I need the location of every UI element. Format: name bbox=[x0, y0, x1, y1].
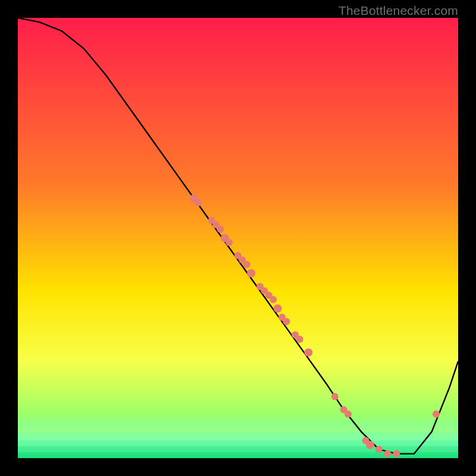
plot-area bbox=[18, 18, 458, 458]
dot bbox=[195, 199, 202, 206]
dot bbox=[304, 348, 312, 356]
dot bbox=[247, 269, 255, 277]
dot bbox=[283, 318, 290, 325]
highlight-dots bbox=[190, 194, 440, 457]
dot bbox=[366, 441, 374, 449]
dot bbox=[243, 261, 250, 268]
dot bbox=[226, 239, 233, 246]
dot bbox=[393, 450, 400, 458]
bottleneck-curve bbox=[18, 18, 458, 454]
dot bbox=[270, 296, 277, 303]
frame: TheBottlenecker.com bbox=[0, 0, 476, 476]
dot bbox=[433, 411, 440, 418]
watermark-text: TheBottlenecker.com bbox=[339, 4, 458, 18]
dot bbox=[331, 393, 339, 400]
dot bbox=[217, 226, 224, 233]
dot bbox=[274, 304, 282, 312]
chart-svg bbox=[18, 18, 458, 458]
dot bbox=[375, 446, 383, 453]
dot bbox=[345, 411, 352, 418]
dot bbox=[384, 450, 392, 458]
dot bbox=[296, 336, 303, 343]
